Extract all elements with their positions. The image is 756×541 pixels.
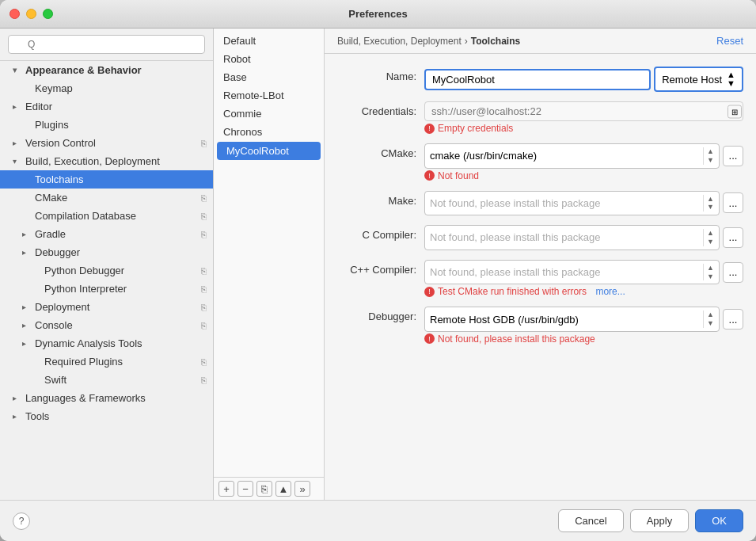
sidebar-item-python-interpreter[interactable]: Python Interpreter ⎘ <box>0 280 213 298</box>
reset-button[interactable]: Reset <box>716 35 743 47</box>
sidebar-item-cmake[interactable]: CMake ⎘ <box>0 189 213 207</box>
debugger-arrows: ▲ ▼ <box>703 311 714 328</box>
chain-item-commie[interactable]: Commie <box>214 105 324 123</box>
cancel-button[interactable]: Cancel <box>558 509 623 532</box>
sidebar-item-swift[interactable]: Swift ⎘ <box>0 371 213 389</box>
sidebar-item-languages[interactable]: ▸ Languages & Frameworks <box>0 389 213 407</box>
copy-toolchain-button[interactable]: ⎘ <box>256 481 272 497</box>
sidebar-item-toolchains[interactable]: Toolchains <box>0 170 213 189</box>
chain-item-default[interactable]: Default <box>214 32 324 50</box>
c-compiler-dropdown[interactable]: Not found, please install this package ▲… <box>424 225 720 250</box>
debugger-row: Debugger: Remote Host GDB (/usr/bin/gdb)… <box>337 307 743 345</box>
sidebar-item-appearance[interactable]: ▾ Appearance & Behavior <box>0 61 213 79</box>
remote-host-button[interactable]: Remote Host ▲ ▼ <box>654 67 743 92</box>
search-bar: 🔍 <box>0 29 213 61</box>
chevron-right-icon: ▸ <box>13 139 22 147</box>
sidebar-item-dynamic-analysis[interactable]: ▸ Dynamic Analysis Tools <box>0 334 213 352</box>
maximize-button[interactable] <box>43 9 53 19</box>
debugger-browse-button[interactable]: ... <box>723 309 743 330</box>
copy-icon: ⎘ <box>201 284 207 294</box>
sidebar-item-debugger[interactable]: ▸ Debugger <box>0 243 213 261</box>
chain-item-mycoolrobot[interactable]: MyCoolRobot <box>217 142 321 160</box>
breadcrumb-path: Build, Execution, Deployment <box>337 36 462 47</box>
error-icon: ! <box>424 333 435 344</box>
sidebar-item-tools[interactable]: ▸ Tools <box>0 407 213 425</box>
sidebar-item-plugins[interactable]: Plugins <box>0 116 213 134</box>
copy-icon: ⎘ <box>201 139 207 148</box>
credentials-field: ⊞ ! Empty credentials <box>424 101 743 134</box>
credentials-row: Credentials: ⊞ ! Empty credentials <box>337 101 743 134</box>
copy-icon: ⎘ <box>201 193 207 203</box>
cmake-dropdown-arrows: ▲ ▼ <box>703 147 714 165</box>
debugger-field-row: Remote Host GDB (/usr/bin/gdb) ▲ ▼ ... <box>424 307 743 332</box>
chevron-right-icon: ▸ <box>22 339 32 348</box>
c-compiler-label: C Compiler: <box>337 225 424 241</box>
chain-item-robot[interactable]: Robot <box>214 50 324 68</box>
cpp-compiler-row: C++ Compiler: Not found, please install … <box>337 260 743 298</box>
copy-icon: ⎘ <box>201 303 207 312</box>
chain-toolbar: + − ⎘ ▲ » <box>214 477 324 500</box>
apply-button[interactable]: Apply <box>630 509 690 532</box>
more-toolchain-button[interactable]: » <box>294 481 310 497</box>
move-up-toolchain-button[interactable]: ▲ <box>275 481 291 497</box>
cmake-value: cmake (/usr/bin/cmake) <box>430 150 703 162</box>
search-input[interactable] <box>8 35 205 54</box>
cmake-run-more-link[interactable]: more... <box>595 286 625 297</box>
copy-icon: ⎘ <box>201 230 207 239</box>
close-button[interactable] <box>9 9 20 19</box>
cpp-compiler-label: C++ Compiler: <box>337 260 424 276</box>
minimize-button[interactable] <box>26 9 36 19</box>
ok-button[interactable]: OK <box>695 509 743 532</box>
breadcrumb-bar: Build, Execution, Deployment › Toolchain… <box>325 29 756 54</box>
cpp-compiler-browse-button[interactable]: ... <box>723 262 743 283</box>
debugger-dropdown[interactable]: Remote Host GDB (/usr/bin/gdb) ▲ ▼ <box>424 307 720 332</box>
sidebar-item-build-exec[interactable]: ▾ Build, Execution, Deployment <box>0 152 213 170</box>
chevron-right-icon: ▸ <box>22 248 32 257</box>
sidebar-item-python-debugger[interactable]: Python Debugger ⎘ <box>0 261 213 280</box>
chain-item-remote-lbot[interactable]: Remote-LBot <box>214 86 324 105</box>
c-compiler-field-row: Not found, please install this package ▲… <box>424 225 743 250</box>
sidebar-item-keymap[interactable]: Keymap <box>0 79 213 97</box>
breadcrumb-current: Toolchains <box>471 36 520 47</box>
c-compiler-browse-button[interactable]: ... <box>723 227 743 248</box>
sidebar-item-editor[interactable]: ▸ Editor <box>0 97 213 116</box>
remote-host-label: Remote Host <box>662 74 722 86</box>
sidebar-item-console[interactable]: ▸ Console ⎘ <box>0 316 213 334</box>
chevron-right-icon: ▸ <box>13 412 22 421</box>
sidebar-item-version-control[interactable]: ▸ Version Control ⎘ <box>0 134 213 152</box>
chevron-right-icon: ▸ <box>22 303 32 311</box>
make-label: Make: <box>337 191 424 207</box>
chevron-right-icon: ▸ <box>13 102 22 111</box>
sidebar-item-gradle[interactable]: ▸ Gradle ⎘ <box>0 225 213 243</box>
help-button[interactable]: ? <box>13 512 30 530</box>
cmake-label: CMake: <box>337 143 424 159</box>
cmake-dropdown[interactable]: cmake (/usr/bin/cmake) ▲ ▼ <box>424 143 720 169</box>
sidebar-item-compilation-db[interactable]: Compilation Database ⎘ <box>0 207 213 225</box>
sidebar-item-deployment[interactable]: ▸ Deployment ⎘ <box>0 298 213 316</box>
chain-item-base[interactable]: Base <box>214 68 324 86</box>
add-toolchain-button[interactable]: + <box>218 481 234 497</box>
chevron-right-icon: ▸ <box>13 394 22 402</box>
name-input[interactable] <box>424 69 651 90</box>
toolchain-form: Name: Remote Host ▲ ▼ <box>325 54 756 500</box>
name-field: Remote Host ▲ ▼ <box>424 67 743 92</box>
make-dropdown[interactable]: Not found, please install this package ▲… <box>424 191 720 216</box>
debugger-error: ! Not found, please install this package <box>424 333 743 345</box>
chain-item-chronos[interactable]: Chronos <box>214 123 324 141</box>
bottom-actions: Cancel Apply OK <box>558 509 743 532</box>
main-content: 🔍 ▾ Appearance & Behavior Keymap ▸ Edito… <box>0 29 756 500</box>
cmake-browse-button[interactable]: ... <box>723 146 743 166</box>
credentials-input[interactable] <box>424 101 743 121</box>
c-compiler-placeholder: Not found, please install this package <box>430 231 703 243</box>
sidebar-item-required-plugins[interactable]: Required Plugins ⎘ <box>0 352 213 371</box>
credentials-browse-button[interactable]: ⊞ <box>728 105 742 118</box>
chevron-right-icon: ▸ <box>22 321 32 330</box>
preferences-window: Preferences 🔍 ▾ Appearance & Behavior Ke… <box>0 0 756 541</box>
cpp-compiler-field-row: Not found, please install this package ▲… <box>424 260 743 285</box>
make-browse-button[interactable]: ... <box>723 192 743 213</box>
toolchain-panel: Default Robot Base Remote-LBot Commie Ch… <box>214 29 325 500</box>
cpp-compiler-arrows: ▲ ▼ <box>703 264 714 281</box>
cpp-compiler-dropdown[interactable]: Not found, please install this package ▲… <box>424 260 720 285</box>
remove-toolchain-button[interactable]: − <box>237 481 253 497</box>
copy-icon: ⎘ <box>201 375 207 385</box>
